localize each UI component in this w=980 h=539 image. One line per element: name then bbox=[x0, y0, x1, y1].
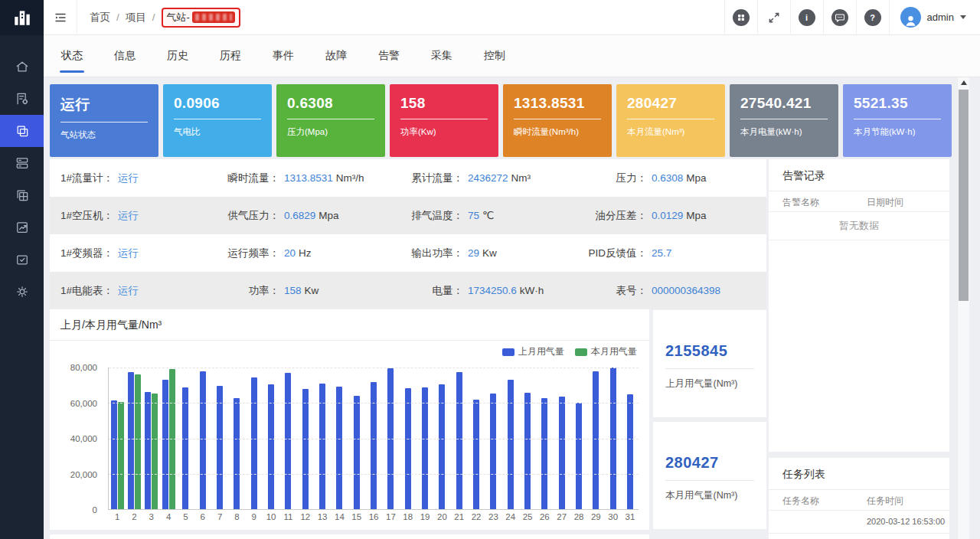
device-status: 运行 bbox=[118, 210, 139, 221]
stat-card-value: 158 bbox=[400, 95, 488, 112]
device-field: 运行频率：20Hz bbox=[214, 247, 397, 260]
scrollbar-up-button[interactable] bbox=[958, 77, 970, 89]
device-row: 1#变频器：运行运行频率：20Hz输出功率：29KwPID反馈值：25.7 bbox=[50, 234, 766, 272]
device-field: 输出功率：29Kw bbox=[397, 247, 573, 260]
field-unit: kW·h bbox=[520, 285, 544, 296]
sidebar-item-devices[interactable] bbox=[0, 147, 44, 179]
x-tick-label: 1 bbox=[109, 512, 126, 521]
info-button[interactable]: i bbox=[790, 0, 823, 35]
tab-故障[interactable]: 故障 bbox=[324, 43, 348, 69]
stat-card-气站状态: 运行气站状态 bbox=[50, 84, 158, 157]
tab-历史[interactable]: 历史 bbox=[165, 43, 190, 69]
field-value: 2436272 bbox=[468, 172, 508, 184]
fullscreen-button[interactable] bbox=[757, 0, 790, 35]
user-menu[interactable]: admin bbox=[889, 0, 980, 35]
device-field: 瞬时流量：1313.8531Nm³/h bbox=[214, 172, 397, 185]
bar-上月用气量-day-18 bbox=[405, 388, 411, 509]
sidebar-item-forms[interactable] bbox=[0, 83, 44, 115]
bar-上月用气量-day-14 bbox=[336, 387, 342, 509]
stat-card-label: 瞬时流量(Nm³/h) bbox=[514, 126, 601, 138]
legend-item-本月用气量[interactable]: 本月用气量 bbox=[575, 345, 637, 358]
this-month-usage-value: 280427 bbox=[665, 454, 754, 472]
field-value: 0.6829 bbox=[284, 210, 315, 221]
help-button[interactable]: ? bbox=[856, 0, 889, 35]
tab-告警[interactable]: 告警 bbox=[377, 43, 401, 69]
sidebar-menu bbox=[0, 35, 44, 308]
menu-fold-button[interactable] bbox=[44, 0, 77, 35]
stat-card-value: 0.0906 bbox=[174, 95, 261, 112]
next-panel-edge bbox=[50, 534, 649, 539]
stat-card-value: 280427 bbox=[627, 95, 714, 112]
x-tick-label: 8 bbox=[228, 512, 245, 521]
avatar bbox=[900, 7, 921, 28]
stat-card-label: 压力(Mpa) bbox=[287, 126, 374, 138]
tab-状态[interactable]: 状态 bbox=[60, 43, 84, 69]
x-tick-label: 19 bbox=[416, 512, 433, 521]
sidebar-item-settings[interactable] bbox=[0, 276, 44, 308]
breadcrumb-project[interactable]: 项目 bbox=[126, 11, 146, 24]
tab-事件[interactable]: 事件 bbox=[271, 43, 296, 69]
stat-card-label: 本月电量(kW·h) bbox=[740, 126, 828, 138]
y-tick-label: 80,000 bbox=[70, 363, 97, 372]
field-label: 油分压差： bbox=[573, 209, 647, 223]
scrollbar-thumb[interactable] bbox=[959, 90, 969, 301]
bar-本月用气量-day-1 bbox=[118, 402, 124, 509]
vertical-scrollbar[interactable] bbox=[957, 77, 969, 539]
tab-历程[interactable]: 历程 bbox=[218, 43, 243, 69]
legend-label: 上月用气量 bbox=[518, 345, 564, 358]
field-label: 功率： bbox=[214, 284, 279, 298]
x-tick-label: 23 bbox=[485, 512, 501, 521]
bar-上月用气量-day-19 bbox=[422, 387, 428, 509]
field-unit: Kw bbox=[305, 285, 319, 296]
sidebar-item-reports[interactable] bbox=[0, 179, 44, 211]
x-tick-label: 28 bbox=[570, 512, 587, 521]
device-field: 累计流量：2436272Nm³ bbox=[397, 172, 573, 185]
breadcrumb-home[interactable]: 首页 bbox=[90, 11, 110, 24]
x-tick-label: 22 bbox=[468, 512, 485, 521]
tab-信息[interactable]: 信息 bbox=[113, 43, 137, 69]
info-icon: i bbox=[799, 9, 815, 26]
task-time-value: 2020-03-12 16:53:00 bbox=[867, 517, 945, 526]
dashboard-screen: 首页 / 项目 / 气站- i bbox=[0, 0, 980, 539]
apps-button[interactable] bbox=[724, 0, 757, 35]
field-label: PID反馈值： bbox=[573, 247, 647, 260]
device-row: 1#电能表：运行功率：158Kw电量：1734250.6kW·h表号：00000… bbox=[50, 272, 766, 309]
stat-card-label: 本月流量(Nm³) bbox=[627, 126, 714, 138]
sidebar-item-trends[interactable] bbox=[0, 211, 44, 243]
y-tick-label: 40,000 bbox=[70, 434, 97, 443]
x-tick-label: 3 bbox=[143, 512, 160, 521]
bar-上月用气量-day-24 bbox=[508, 380, 514, 510]
sidebar-item-monitor[interactable] bbox=[0, 115, 44, 147]
home-icon bbox=[15, 59, 30, 74]
x-tick-label: 9 bbox=[246, 512, 263, 521]
legend-label: 本月用气量 bbox=[591, 345, 637, 358]
y-tick-label: 20,000 bbox=[70, 470, 97, 479]
y-tick-label: 60,000 bbox=[70, 399, 97, 408]
message-button[interactable] bbox=[823, 0, 856, 35]
device-name-cell: 1#变频器：运行 bbox=[60, 247, 214, 260]
field-unit: Kw bbox=[482, 247, 497, 259]
tab-控制[interactable]: 控制 bbox=[482, 43, 507, 69]
bar-上月用气量-day-4 bbox=[162, 380, 168, 509]
x-tick-label: 17 bbox=[382, 512, 399, 521]
y-tick-label: 0 bbox=[93, 505, 97, 514]
bar-上月用气量-day-15 bbox=[354, 396, 360, 509]
sidebar-item-tasks[interactable] bbox=[0, 243, 44, 276]
stat-card-row: 运行气站状态0.0906气电比0.6308压力(Mpa)158功率(Kw)131… bbox=[50, 84, 952, 157]
field-unit: ℃ bbox=[482, 210, 494, 221]
alarm-panel-title: 告警记录 bbox=[769, 159, 949, 191]
server-list-icon bbox=[15, 155, 30, 171]
breadcrumb: 首页 / 项目 / 气站- bbox=[90, 8, 240, 28]
device-name: 1#电能表： bbox=[60, 285, 113, 296]
bar-上月用气量-day-25 bbox=[524, 393, 531, 509]
sidebar-item-home[interactable] bbox=[0, 51, 44, 83]
tab-采集[interactable]: 采集 bbox=[430, 43, 454, 69]
bar-本月用气量-day-3 bbox=[152, 394, 158, 509]
device-name: 1#流量计： bbox=[60, 172, 113, 184]
legend-item-上月用气量[interactable]: 上月用气量 bbox=[502, 345, 564, 358]
check-square-icon bbox=[15, 252, 30, 267]
last-month-usage-value: 2155845 bbox=[665, 342, 754, 360]
field-value: 20 bbox=[284, 247, 296, 259]
device-name-cell: 1#空压机：运行 bbox=[60, 209, 214, 223]
x-tick-label: 12 bbox=[297, 512, 314, 521]
